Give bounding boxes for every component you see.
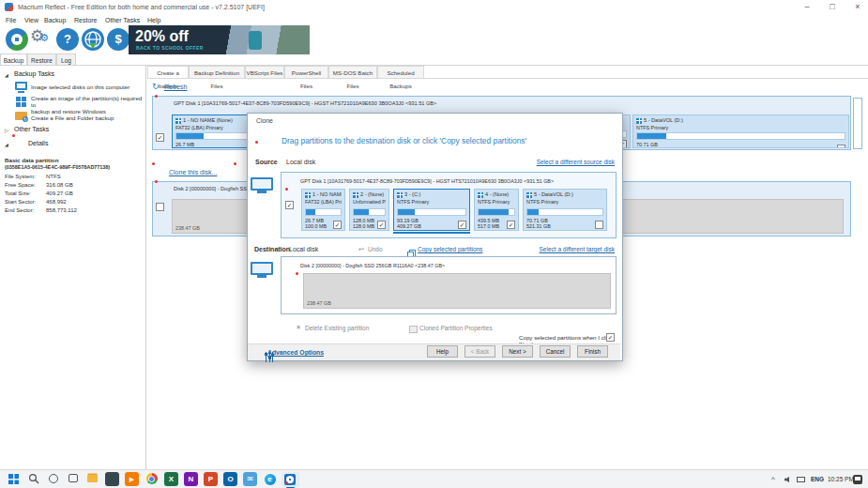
partition-checkbox[interactable]: ✓ — [377, 221, 386, 229]
destination-unallocated-block[interactable] — [303, 273, 611, 309]
disk1-checkbox[interactable]: ✓ — [156, 133, 164, 142]
language-indicator[interactable]: ENG — [811, 470, 824, 488]
delete-partition-label: Delete Existing partition — [305, 325, 369, 331]
finish-button[interactable]: Finish — [577, 345, 608, 358]
local-disk-icon — [251, 262, 273, 278]
menu-backup[interactable]: Backup — [44, 17, 66, 23]
purchase-icon[interactable]: $ — [107, 28, 129, 51]
partition-checkbox[interactable] — [837, 145, 845, 148]
app-icon-dark[interactable] — [105, 472, 119, 486]
menu-other-tasks[interactable]: Other Tasks — [105, 17, 140, 23]
cortana-icon[interactable] — [46, 472, 60, 486]
partition-icon — [175, 118, 181, 124]
undo-label[interactable]: Undo — [368, 246, 383, 252]
sidebar-item-file-folder-backup[interactable]: Create a File and Folder backup — [31, 114, 142, 121]
main-tabs-divider — [147, 78, 868, 79]
clock[interactable]: 10:25 PM — [828, 470, 854, 488]
next-button[interactable]: Next > — [502, 345, 533, 358]
detail-value: 468,992 — [46, 199, 67, 205]
collapse-arrow-icon[interactable]: ▷ — [5, 128, 8, 133]
onenote-icon[interactable]: N — [184, 472, 198, 486]
source-disk-header: GPT Disk 1 [10A31769-5017-4E37-8C89-703F… — [300, 178, 554, 184]
outlook-icon[interactable]: O — [223, 472, 237, 486]
dialog-source-partition-2[interactable]: 2 - (None) Unformatted Primary 128.0 MB1… — [349, 189, 389, 231]
promo-banner[interactable]: 20% off BACK TO SCHOOL OFFER — [129, 25, 310, 54]
tab-vbscript-files[interactable]: VBScript Files — [245, 66, 284, 79]
tab-scheduled-backups[interactable]: Scheduled Backups — [377, 66, 424, 79]
disk1-partition-5[interactable]: 5 - DataVOL (D:) NTFS Primary 70.71 GB52… — [632, 114, 849, 148]
menu-file[interactable]: File — [6, 17, 16, 23]
powerpoint-icon[interactable]: P — [204, 472, 218, 486]
dialog-source-partition-3[interactable]: 3 - (C:) NTFS Primary 93.19 GB409.27 GB✓ — [393, 189, 470, 231]
notifications-icon[interactable] — [853, 475, 862, 484]
tab-backup-definition-files[interactable]: Backup Definition Files — [189, 66, 245, 79]
menu-view[interactable]: View — [24, 17, 38, 23]
menu-restore[interactable]: Restore — [74, 17, 98, 23]
minimize-button[interactable]: – — [797, 1, 817, 13]
partition-checkbox[interactable]: ✓ — [458, 221, 466, 229]
partition-checkbox[interactable] — [595, 221, 603, 229]
partition-checkbox[interactable]: ✓ — [333, 221, 342, 229]
tray-chevron-icon[interactable]: ^ — [771, 470, 775, 488]
select-target-disk-link[interactable]: Select a different target disk — [540, 246, 615, 252]
tab-create-a-backup[interactable]: Create a backup — [147, 66, 189, 79]
menu-help[interactable]: Help — [147, 17, 160, 23]
file-explorer-icon[interactable] — [85, 472, 99, 486]
create-backup-icon[interactable] — [6, 28, 28, 51]
tab-msdos-batch-files[interactable]: MS-DOS Batch Files — [328, 66, 377, 79]
volume-icon[interactable] — [784, 477, 789, 482]
dialog-source-partition-5[interactable]: 5 - DataVOL (D:) NTFS Primary 70.71 GB52… — [523, 189, 607, 231]
disk1-header: GPT Disk 1 [10A31769-5017-4E37-8C89-703F… — [174, 100, 436, 106]
dialog-source-partition-1[interactable]: 1 - NO NAME (None) FAT32 (LBA) Primary 2… — [301, 189, 345, 231]
web-update-icon[interactable] — [82, 28, 104, 51]
partition-checkbox[interactable]: ✓ — [507, 221, 515, 229]
cancel-button[interactable]: Cancel — [540, 345, 571, 358]
sidebar-item-backup-windows[interactable]: Create an image of the partition(s) requ… — [31, 95, 144, 114]
refresh-icon[interactable]: ↻ — [152, 82, 160, 91]
undo-icon[interactable]: ↩ — [358, 246, 364, 253]
active-app-macrium-reflect[interactable] — [282, 472, 299, 487]
maximize-button[interactable]: □ — [822, 1, 843, 13]
start-button[interactable] — [7, 472, 21, 486]
partition-label: 5 - DataVOL (D:) — [636, 117, 845, 124]
refresh-link[interactable]: Refresh — [164, 84, 188, 90]
details-header[interactable]: Details — [28, 140, 48, 146]
settings-icon[interactable]: ⚙⚙ — [30, 26, 49, 46]
folder-backup-icon: ↻ — [15, 112, 27, 121]
copy-on-next-checkbox[interactable]: ✓ — [606, 333, 615, 342]
app-logo-icon — [5, 3, 13, 11]
expand-arrow-icon[interactable]: ◢ — [5, 72, 8, 78]
partition-name: 3 - (C:) — [404, 191, 420, 197]
network-icon[interactable] — [797, 477, 805, 482]
task-view-icon[interactable] — [66, 472, 80, 486]
bubble-glyph — [855, 477, 860, 480]
copy-selected-partitions-link[interactable]: Copy selected partitions — [418, 246, 482, 252]
partition-fs: NTFS Primary — [636, 125, 845, 130]
usage-bar — [353, 208, 386, 216]
dialog-source-partition-4[interactable]: 4 - (None) NTFS Primary 439.5 MB517.0 MB… — [474, 189, 519, 231]
advanced-options-link[interactable]: Advanced Options — [267, 349, 324, 356]
windows-logo-icon — [8, 474, 19, 484]
media-app-icon[interactable]: ▶ — [125, 472, 139, 486]
clone-this-disk-link[interactable]: Clone this disk... — [169, 169, 217, 175]
disk2-checkbox[interactable] — [156, 203, 164, 211]
detail-value: 316.08 GB — [46, 182, 73, 188]
chrome-icon[interactable] — [145, 472, 159, 486]
tab-powershell-files[interactable]: PowerShell Files — [284, 66, 328, 79]
sidebar-item-image-disks[interactable]: Image selected disks on this computer — [31, 84, 142, 90]
edge-icon[interactable]: e — [263, 472, 277, 486]
excel-icon[interactable]: X — [164, 472, 178, 486]
source-disk-checkbox[interactable]: ✓ — [285, 201, 294, 209]
disk1-overflow-strip[interactable] — [853, 98, 862, 149]
help-icon[interactable]: ? — [56, 28, 79, 51]
backup-tasks-header[interactable]: Backup Tasks — [14, 70, 54, 77]
disc-glyph — [11, 34, 23, 45]
back-button[interactable]: < Back — [464, 345, 495, 358]
close-button[interactable]: × — [847, 1, 868, 13]
select-source-disk-link[interactable]: Select a different source disk — [537, 159, 615, 165]
expand-arrow-icon[interactable]: ◢ — [5, 142, 8, 147]
mail-icon[interactable]: ✉ — [243, 472, 257, 486]
help-button[interactable]: Help — [427, 345, 458, 358]
search-icon[interactable] — [26, 472, 40, 486]
other-tasks-header[interactable]: Other Tasks — [14, 126, 49, 132]
